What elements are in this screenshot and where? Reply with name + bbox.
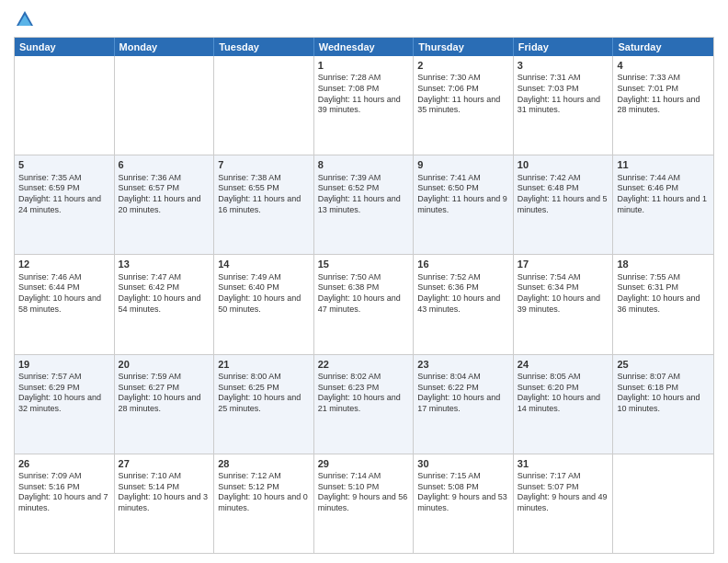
calendar-cell: 3Sunrise: 7:31 AM Sunset: 7:03 PM Daylig… [514, 56, 614, 155]
day-number: 1 [318, 59, 410, 72]
day-info: Sunrise: 7:49 AM Sunset: 6:40 PM Dayligh… [218, 272, 310, 316]
day-info: Sunrise: 7:41 AM Sunset: 6:50 PM Dayligh… [417, 173, 509, 216]
calendar: SundayMondayTuesdayWednesdayThursdayFrid… [14, 37, 714, 554]
day-number: 27 [119, 457, 210, 470]
calendar-cell: 7Sunrise: 7:38 AM Sunset: 6:55 PM Daylig… [214, 155, 314, 254]
logo [14, 9, 36, 29]
calendar-cell: 27Sunrise: 7:10 AM Sunset: 5:14 PM Dayli… [115, 454, 215, 553]
day-number: 21 [218, 358, 310, 371]
calendar-cell: 4Sunrise: 7:33 AM Sunset: 7:01 PM Daylig… [613, 56, 713, 155]
weekday-header: Wednesday [314, 38, 415, 56]
calendar-cell: 11Sunrise: 7:44 AM Sunset: 6:46 PM Dayli… [613, 155, 713, 254]
day-info: Sunrise: 7:33 AM Sunset: 7:01 PM Dayligh… [617, 73, 710, 116]
calendar-cell: 6Sunrise: 7:36 AM Sunset: 6:57 PM Daylig… [115, 155, 215, 254]
day-info: Sunrise: 8:02 AM Sunset: 6:23 PM Dayligh… [318, 372, 410, 415]
day-info: Sunrise: 7:36 AM Sunset: 6:57 PM Dayligh… [119, 173, 210, 216]
calendar-cell: 19Sunrise: 7:57 AM Sunset: 6:29 PM Dayli… [15, 355, 115, 454]
day-number: 5 [18, 158, 110, 171]
day-number: 3 [518, 59, 609, 72]
header [14, 9, 714, 29]
day-number: 18 [617, 258, 710, 270]
day-number: 7 [218, 158, 310, 171]
day-number: 14 [218, 258, 310, 270]
weekday-header: Friday [514, 38, 614, 56]
day-number: 16 [417, 258, 509, 270]
day-number: 4 [617, 59, 710, 72]
day-number: 20 [119, 358, 210, 371]
day-number: 8 [318, 158, 410, 171]
calendar-cell: 9Sunrise: 7:41 AM Sunset: 6:50 PM Daylig… [414, 155, 514, 254]
day-number: 15 [318, 258, 410, 270]
day-info: Sunrise: 7:52 AM Sunset: 6:36 PM Dayligh… [417, 272, 509, 316]
calendar-body: 1Sunrise: 7:28 AM Sunset: 7:08 PM Daylig… [15, 56, 713, 553]
calendar-cell: 29Sunrise: 7:14 AM Sunset: 5:10 PM Dayli… [314, 454, 415, 553]
day-info: Sunrise: 7:47 AM Sunset: 6:42 PM Dayligh… [119, 272, 210, 316]
calendar-cell: 2Sunrise: 7:30 AM Sunset: 7:06 PM Daylig… [414, 56, 514, 155]
calendar-cell: 17Sunrise: 7:54 AM Sunset: 6:34 PM Dayli… [514, 255, 614, 353]
day-info: Sunrise: 7:57 AM Sunset: 6:29 PM Dayligh… [18, 372, 110, 415]
day-info: Sunrise: 7:09 AM Sunset: 5:16 PM Dayligh… [18, 471, 110, 514]
day-info: Sunrise: 8:05 AM Sunset: 6:20 PM Dayligh… [518, 372, 609, 415]
calendar-cell [15, 56, 115, 155]
calendar-cell: 22Sunrise: 8:02 AM Sunset: 6:23 PM Dayli… [314, 355, 415, 454]
day-number: 24 [518, 358, 609, 371]
weekday-header: Saturday [613, 38, 713, 56]
weekday-header: Sunday [15, 38, 115, 56]
calendar-cell: 21Sunrise: 8:00 AM Sunset: 6:25 PM Dayli… [214, 355, 314, 454]
page: SundayMondayTuesdayWednesdayThursdayFrid… [0, 0, 728, 563]
logo-general [14, 9, 36, 29]
day-number: 25 [617, 358, 710, 371]
day-number: 26 [18, 457, 110, 470]
day-info: Sunrise: 7:39 AM Sunset: 6:52 PM Dayligh… [318, 173, 410, 216]
calendar-cell: 26Sunrise: 7:09 AM Sunset: 5:16 PM Dayli… [15, 454, 115, 553]
day-number: 13 [119, 258, 210, 270]
day-number: 22 [318, 358, 410, 371]
calendar-cell: 28Sunrise: 7:12 AM Sunset: 5:12 PM Dayli… [214, 454, 314, 553]
day-info: Sunrise: 7:35 AM Sunset: 6:59 PM Dayligh… [18, 173, 110, 216]
calendar-cell: 24Sunrise: 8:05 AM Sunset: 6:20 PM Dayli… [514, 355, 614, 454]
day-info: Sunrise: 7:10 AM Sunset: 5:14 PM Dayligh… [119, 471, 210, 514]
day-info: Sunrise: 7:12 AM Sunset: 5:12 PM Dayligh… [218, 471, 310, 514]
day-info: Sunrise: 7:15 AM Sunset: 5:08 PM Dayligh… [417, 471, 509, 514]
day-info: Sunrise: 7:42 AM Sunset: 6:48 PM Dayligh… [518, 173, 609, 216]
day-info: Sunrise: 7:38 AM Sunset: 6:55 PM Dayligh… [218, 173, 310, 216]
calendar-cell: 10Sunrise: 7:42 AM Sunset: 6:48 PM Dayli… [514, 155, 614, 254]
day-number: 6 [119, 158, 210, 171]
day-number: 23 [417, 358, 509, 371]
calendar-cell: 30Sunrise: 7:15 AM Sunset: 5:08 PM Dayli… [414, 454, 514, 553]
calendar-cell [613, 454, 713, 553]
day-info: Sunrise: 7:54 AM Sunset: 6:34 PM Dayligh… [518, 272, 609, 316]
day-info: Sunrise: 8:07 AM Sunset: 6:18 PM Dayligh… [617, 372, 710, 415]
day-info: Sunrise: 7:55 AM Sunset: 6:31 PM Dayligh… [617, 272, 710, 316]
calendar-cell: 8Sunrise: 7:39 AM Sunset: 6:52 PM Daylig… [314, 155, 415, 254]
day-number: 19 [18, 358, 110, 371]
day-number: 30 [417, 457, 509, 470]
calendar-row: 26Sunrise: 7:09 AM Sunset: 5:16 PM Dayli… [15, 454, 713, 553]
day-number: 29 [318, 457, 410, 470]
day-info: Sunrise: 7:59 AM Sunset: 6:27 PM Dayligh… [119, 372, 210, 415]
day-number: 2 [417, 59, 509, 72]
calendar-cell [214, 56, 314, 155]
calendar-row: 5Sunrise: 7:35 AM Sunset: 6:59 PM Daylig… [15, 155, 713, 254]
calendar-row: 12Sunrise: 7:46 AM Sunset: 6:44 PM Dayli… [15, 254, 713, 353]
calendar-cell: 5Sunrise: 7:35 AM Sunset: 6:59 PM Daylig… [15, 155, 115, 254]
day-info: Sunrise: 7:44 AM Sunset: 6:46 PM Dayligh… [617, 173, 710, 216]
weekday-header: Thursday [414, 38, 514, 56]
calendar-cell: 13Sunrise: 7:47 AM Sunset: 6:42 PM Dayli… [115, 255, 215, 353]
calendar-cell: 1Sunrise: 7:28 AM Sunset: 7:08 PM Daylig… [314, 56, 415, 155]
weekday-header: Monday [115, 38, 215, 56]
day-info: Sunrise: 7:50 AM Sunset: 6:38 PM Dayligh… [318, 272, 410, 316]
day-info: Sunrise: 8:04 AM Sunset: 6:22 PM Dayligh… [417, 372, 509, 415]
day-info: Sunrise: 7:31 AM Sunset: 7:03 PM Dayligh… [518, 73, 609, 116]
day-info: Sunrise: 7:46 AM Sunset: 6:44 PM Dayligh… [18, 272, 110, 316]
day-info: Sunrise: 7:28 AM Sunset: 7:08 PM Dayligh… [318, 73, 410, 116]
day-number: 28 [218, 457, 310, 470]
day-info: Sunrise: 8:00 AM Sunset: 6:25 PM Dayligh… [218, 372, 310, 415]
calendar-cell: 31Sunrise: 7:17 AM Sunset: 5:07 PM Dayli… [514, 454, 614, 553]
day-number: 12 [18, 258, 110, 270]
day-number: 9 [417, 158, 509, 171]
calendar-row: 1Sunrise: 7:28 AM Sunset: 7:08 PM Daylig… [15, 56, 713, 155]
calendar-cell: 23Sunrise: 8:04 AM Sunset: 6:22 PM Dayli… [414, 355, 514, 454]
calendar-cell: 16Sunrise: 7:52 AM Sunset: 6:36 PM Dayli… [414, 255, 514, 353]
calendar-cell: 14Sunrise: 7:49 AM Sunset: 6:40 PM Dayli… [214, 255, 314, 353]
